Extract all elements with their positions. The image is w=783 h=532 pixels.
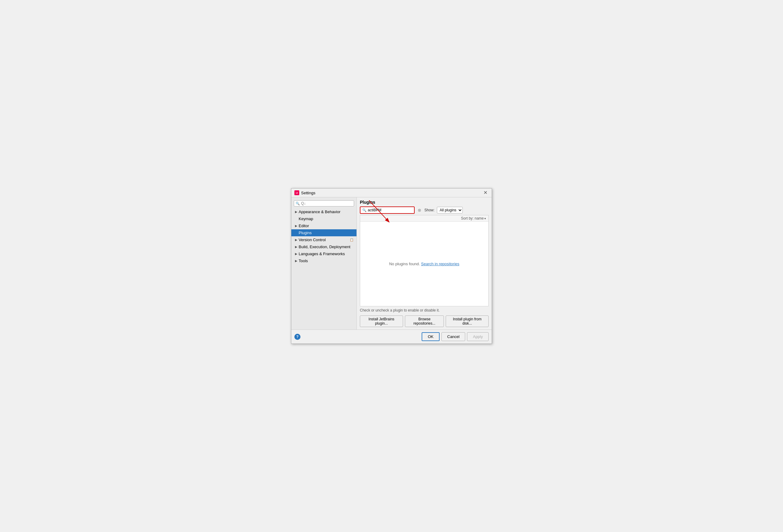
- show-select[interactable]: All plugins Enabled Disabled Bundled Cus…: [437, 207, 463, 214]
- sidebar-item-label: Editor: [299, 223, 309, 228]
- footer-right: OK Cancel Apply: [421, 332, 489, 341]
- sidebar-item-plugins[interactable]: Plugins: [291, 229, 356, 236]
- sidebar-search-input[interactable]: [301, 201, 352, 206]
- dialog-body: 🔍 ▶ Appearance & Behavior Keymap ▶ Edito…: [291, 197, 492, 330]
- plugin-list-container: Sort by: name ▾ No plugins found. Search…: [360, 215, 489, 306]
- ok-button[interactable]: OK: [421, 332, 440, 341]
- dialog-footer: ? OK Cancel Apply: [291, 330, 492, 344]
- install-disk-button[interactable]: Install plugin from disk...: [446, 315, 489, 327]
- sidebar-item-editor[interactable]: ▶ Editor: [291, 222, 356, 229]
- sidebar-item-label: Tools: [299, 258, 308, 263]
- hint-text: Check or uncheck a plugin to enable or d…: [360, 308, 489, 312]
- arrow-icon: ▶: [295, 259, 297, 262]
- plugin-search-input[interactable]: [368, 208, 412, 212]
- search-repositories-link[interactable]: Search in repositories: [421, 261, 459, 266]
- plugin-buttons: Install JetBrains plugin... Browse repos…: [360, 315, 489, 327]
- plugin-search-bar: 🔍 ⊗ Show: All plugins Enabled Disabled B…: [360, 207, 489, 214]
- install-jetbrains-button[interactable]: Install JetBrains plugin...: [360, 315, 403, 327]
- show-label: Show:: [425, 208, 434, 212]
- sidebar-item-tools[interactable]: ▶ Tools: [291, 257, 356, 264]
- arrow-icon: ▶: [295, 252, 297, 255]
- sidebar-item-keymap[interactable]: Keymap: [291, 215, 356, 222]
- sidebar-item-label: Version Control: [299, 238, 326, 242]
- sidebar-item-version-control[interactable]: ▶ Version Control 📋: [291, 236, 356, 243]
- sort-bar: Sort by: name ▾: [360, 215, 488, 222]
- sidebar-item-appearance-behavior[interactable]: ▶ Appearance & Behavior: [291, 208, 356, 215]
- sort-arrow-icon: ▾: [484, 217, 486, 220]
- arrow-icon: ▶: [295, 224, 297, 227]
- title-bar-left: IJ Settings: [294, 190, 315, 195]
- version-control-icon: 📋: [350, 238, 353, 242]
- close-button[interactable]: ✕: [482, 190, 489, 195]
- arrow-icon: ▶: [295, 238, 297, 242]
- sort-label: Sort by: name: [461, 216, 484, 220]
- main-content: Plugins 🔍 ⊗ Show: All plugins Enabled Di…: [357, 197, 492, 330]
- window-title: Settings: [301, 191, 315, 195]
- sidebar-item-languages-frameworks[interactable]: ▶ Languages & Frameworks: [291, 250, 356, 257]
- sidebar-item-build-execution[interactable]: ▶ Build, Execution, Deployment: [291, 243, 356, 250]
- settings-dialog: IJ Settings ✕ 🔍 ▶ Appearance & Behavior …: [291, 188, 492, 344]
- footer-left: ?: [294, 334, 301, 340]
- sidebar-search-icon: 🔍: [295, 201, 300, 206]
- arrow-icon: ▶: [295, 245, 297, 249]
- title-bar: IJ Settings ✕: [291, 188, 492, 197]
- sidebar-item-label: Appearance & Behavior: [299, 210, 340, 214]
- sidebar: 🔍 ▶ Appearance & Behavior Keymap ▶ Edito…: [291, 197, 357, 330]
- sidebar-item-label: Plugins: [299, 230, 312, 235]
- plugin-list-area: No plugins found. Search in repositories: [360, 222, 488, 306]
- browse-repositories-button[interactable]: Browse repositories...: [405, 315, 444, 327]
- help-button[interactable]: ?: [294, 334, 301, 340]
- app-icon: IJ: [294, 190, 299, 195]
- plugin-search-icon: 🔍: [362, 208, 367, 212]
- apply-button[interactable]: Apply: [467, 332, 489, 341]
- arrow-icon: ▶: [295, 210, 297, 214]
- cancel-button[interactable]: Cancel: [441, 332, 465, 341]
- no-results-text: No plugins found. Search in repositories: [389, 261, 459, 266]
- annotation-area: 🔍 ⊗ Show: All plugins Enabled Disabled B…: [360, 207, 489, 215]
- sidebar-item-label: Languages & Frameworks: [299, 252, 345, 256]
- plugins-title: Plugins: [360, 200, 489, 205]
- clear-search-button[interactable]: ⊗: [417, 208, 422, 213]
- sidebar-item-label: Keymap: [299, 217, 313, 221]
- sidebar-item-label: Build, Execution, Deployment: [299, 245, 350, 249]
- sidebar-search-box[interactable]: 🔍: [294, 200, 354, 207]
- plugin-search-box[interactable]: 🔍: [360, 207, 415, 214]
